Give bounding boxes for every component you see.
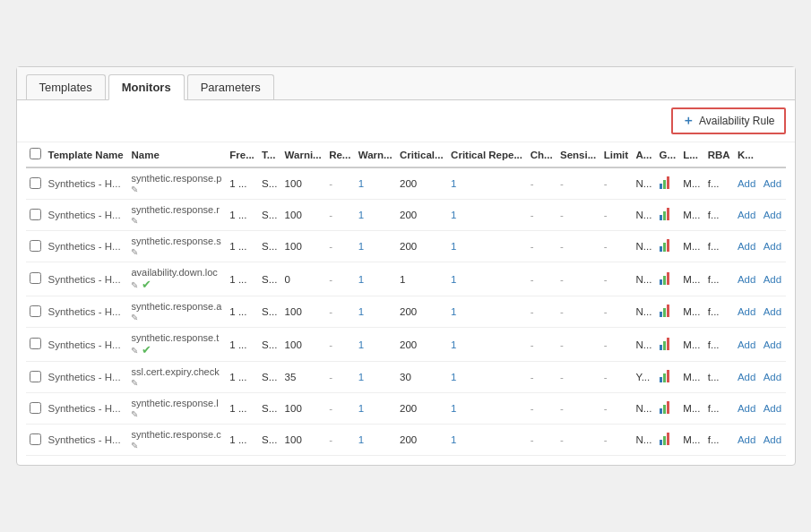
cell-t-2: S... — [258, 231, 280, 262]
rba-add-link-6[interactable]: Add — [738, 372, 755, 382]
cell-critical-repe-5: 1 — [447, 328, 527, 362]
row-checkbox-7[interactable] — [30, 402, 41, 414]
cell-k-1[interactable]: Add — [760, 200, 786, 231]
k-add-link-7[interactable]: Add — [764, 403, 781, 414]
rba-add-link-2[interactable]: Add — [738, 241, 755, 252]
cell-k-3[interactable]: Add — [760, 262, 786, 296]
tab-monitors[interactable]: Monitors — [108, 74, 185, 100]
k-add-link-4[interactable]: Add — [764, 306, 781, 317]
availability-rule-button[interactable]: ＋ Availability Rule — [671, 107, 786, 134]
rba-add-link-1[interactable]: Add — [738, 210, 755, 220]
cell-k-2[interactable]: Add — [760, 231, 786, 262]
cell-fre-1: 1 ... — [226, 200, 258, 231]
k-add-link-3[interactable]: Add — [764, 274, 781, 285]
cell-k-7[interactable]: Add — [760, 393, 786, 425]
edit-icon-5[interactable]: ✎ — [131, 346, 138, 356]
cell-l2-2: f... — [704, 231, 734, 262]
cell-critical-repe-3: 1 — [447, 262, 527, 296]
k-add-link-6[interactable]: Add — [764, 372, 781, 382]
cell-k-6[interactable]: Add — [760, 362, 786, 393]
cell-rba-0[interactable]: Add — [734, 167, 760, 200]
cell-sensi-7: - — [556, 393, 600, 425]
cell-g-5[interactable] — [656, 328, 680, 362]
edit-icon-7[interactable]: ✎ — [131, 409, 138, 419]
edit-icon-0[interactable]: ✎ — [131, 184, 138, 194]
row-checkbox-4[interactable] — [30, 305, 41, 317]
header-ch: Ch... — [527, 142, 556, 167]
cell-warn2-6: 1 — [355, 362, 396, 393]
cell-t-6: S... — [258, 362, 280, 393]
cell-warn2-0: 1 — [355, 167, 396, 200]
cell-k-4[interactable]: Add — [760, 296, 786, 328]
k-add-link-2[interactable]: Add — [764, 241, 781, 252]
edit-icon-6[interactable]: ✎ — [131, 378, 138, 388]
cell-g-2[interactable] — [656, 231, 680, 262]
cell-k-0[interactable]: Add — [760, 167, 786, 200]
cell-critical-repe-4: 1 — [447, 296, 527, 328]
header-k: K... — [734, 142, 760, 167]
rba-add-link-8[interactable]: Add — [738, 434, 755, 445]
cell-sensi-2: - — [556, 231, 600, 262]
cell-k-5[interactable]: Add — [760, 328, 786, 362]
name-text-2: synthetic.response.s — [131, 236, 222, 246]
rba-add-link-3[interactable]: Add — [738, 274, 755, 285]
k-add-link-0[interactable]: Add — [764, 178, 781, 189]
rba-add-link-4[interactable]: Add — [738, 306, 755, 317]
cell-ch-3: - — [527, 262, 556, 296]
header-template-name: Template Name — [45, 142, 128, 167]
cell-a-0: N... — [632, 167, 655, 200]
k-add-link-8[interactable]: Add — [764, 434, 781, 445]
cell-rba-5[interactable]: Add — [734, 328, 760, 362]
cell-sensi-0: - — [556, 167, 600, 200]
cell-g-7[interactable] — [656, 393, 680, 425]
cell-warn2-5: 1 — [355, 328, 396, 362]
row-checkbox-6[interactable] — [30, 371, 41, 382]
cell-rba-4[interactable]: Add — [734, 296, 760, 328]
cell-fre-7: 1 ... — [226, 393, 258, 425]
rba-add-link-7[interactable]: Add — [738, 403, 755, 414]
cell-limit-2: - — [600, 231, 633, 262]
cell-re-3: - — [325, 262, 355, 296]
rba-add-link-5[interactable]: Add — [738, 339, 755, 350]
select-all-checkbox[interactable] — [30, 148, 41, 159]
cell-rba-8[interactable]: Add — [734, 425, 760, 456]
rba-add-link-0[interactable]: Add — [738, 178, 755, 189]
row-checkbox-0[interactable] — [30, 177, 41, 189]
k-add-link-1[interactable]: Add — [764, 210, 781, 220]
cell-template-0: Synthetics - H... — [45, 167, 128, 200]
row-checkbox-8[interactable] — [30, 433, 41, 445]
cell-critical-6: 30 — [396, 362, 447, 393]
k-add-link-5[interactable]: Add — [764, 339, 781, 350]
edit-icon-1[interactable]: ✎ — [131, 216, 138, 226]
header-limit: Limit — [600, 142, 633, 167]
table-row: Synthetics - H... synthetic.response.a ✎… — [26, 296, 786, 328]
cell-rba-7[interactable]: Add — [734, 393, 760, 425]
cell-k-8[interactable]: Add — [760, 425, 786, 456]
edit-icon-3[interactable]: ✎ — [131, 280, 138, 290]
cell-g-4[interactable] — [656, 296, 680, 328]
cell-rba-6[interactable]: Add — [734, 362, 760, 393]
cell-g-1[interactable] — [656, 200, 680, 231]
cell-g-6[interactable] — [656, 362, 680, 393]
cell-limit-5: - — [600, 328, 633, 362]
cell-t-5: S... — [258, 328, 280, 362]
table-row: Synthetics - H... synthetic.response.t ✎… — [26, 328, 786, 362]
tab-templates[interactable]: Templates — [26, 74, 106, 99]
cell-g-0[interactable] — [656, 167, 680, 200]
edit-icon-8[interactable]: ✎ — [131, 441, 138, 450]
row-checkbox-3[interactable] — [30, 272, 41, 284]
tab-parameters[interactable]: Parameters — [187, 74, 274, 99]
cell-warn2-8: 1 — [355, 425, 396, 456]
row-checkbox-1[interactable] — [30, 209, 41, 220]
cell-g-8[interactable] — [656, 425, 680, 456]
cell-rba-1[interactable]: Add — [734, 200, 760, 231]
cell-g-3[interactable] — [656, 262, 680, 296]
row-checkbox-5[interactable] — [30, 338, 41, 349]
cell-rba-3[interactable]: Add — [734, 262, 760, 296]
row-checkbox-2[interactable] — [30, 240, 41, 252]
edit-icon-2[interactable]: ✎ — [131, 247, 138, 257]
cell-rba-2[interactable]: Add — [734, 231, 760, 262]
cell-a-4: N... — [632, 296, 655, 328]
edit-icon-4[interactable]: ✎ — [131, 313, 138, 322]
cell-ch-7: - — [527, 393, 556, 425]
